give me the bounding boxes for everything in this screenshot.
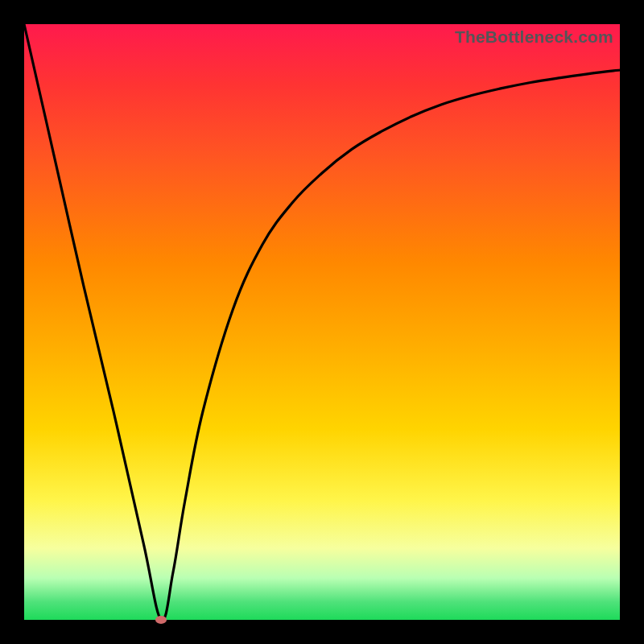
- bottleneck-curve: [24, 24, 620, 620]
- curve-path: [24, 24, 620, 621]
- plot-area: TheBottleneck.com: [24, 24, 620, 620]
- minimum-marker: [155, 616, 167, 624]
- chart-frame: TheBottleneck.com: [0, 0, 644, 644]
